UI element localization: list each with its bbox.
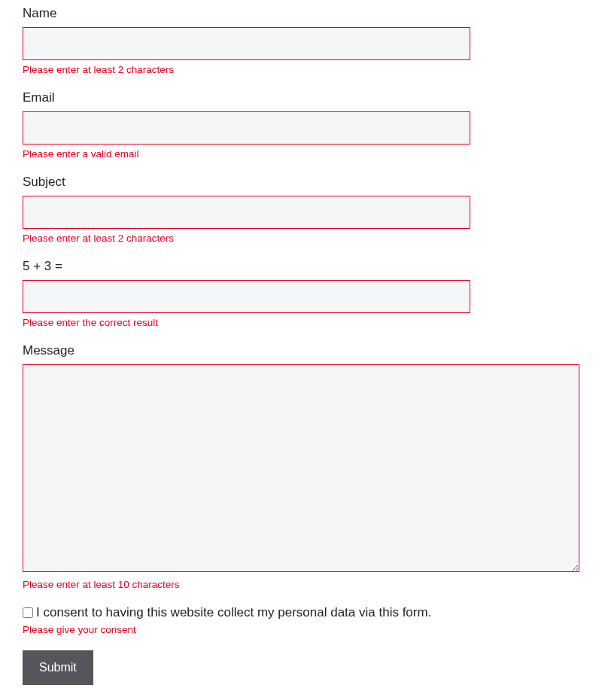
captcha-error: Please enter the correct result: [23, 317, 579, 328]
consent-checkbox[interactable]: [23, 607, 33, 618]
email-field: Email Please enter a valid email: [23, 90, 579, 160]
message-label: Message: [23, 343, 579, 358]
consent-label[interactable]: I consent to having this website collect…: [36, 605, 431, 620]
subject-input[interactable]: [23, 196, 470, 229]
subject-field: Subject Please enter at least 2 characte…: [23, 175, 579, 244]
name-label: Name: [23, 6, 579, 21]
subject-label: Subject: [23, 175, 579, 190]
consent-field: I consent to having this website collect…: [23, 605, 579, 635]
email-input[interactable]: [23, 111, 470, 145]
name-input[interactable]: [23, 27, 470, 60]
captcha-field: 5 + 3 = Please enter the correct result: [23, 259, 579, 328]
consent-error: Please give your consent: [23, 624, 579, 635]
message-field: Message Please enter at least 10 charact…: [23, 343, 579, 590]
submit-button[interactable]: Submit: [23, 650, 93, 685]
message-input[interactable]: [23, 364, 579, 572]
captcha-input[interactable]: [23, 280, 470, 313]
subject-error: Please enter at least 2 characters: [23, 233, 579, 244]
message-error: Please enter at least 10 characters: [23, 579, 579, 590]
contact-form: Name Please enter at least 2 characters …: [23, 6, 579, 685]
email-label: Email: [23, 90, 579, 105]
name-error: Please enter at least 2 characters: [23, 64, 579, 75]
name-field: Name Please enter at least 2 characters: [23, 6, 579, 75]
email-error: Please enter a valid email: [23, 148, 579, 160]
consent-row: I consent to having this website collect…: [23, 605, 579, 620]
captcha-label: 5 + 3 =: [23, 259, 579, 274]
